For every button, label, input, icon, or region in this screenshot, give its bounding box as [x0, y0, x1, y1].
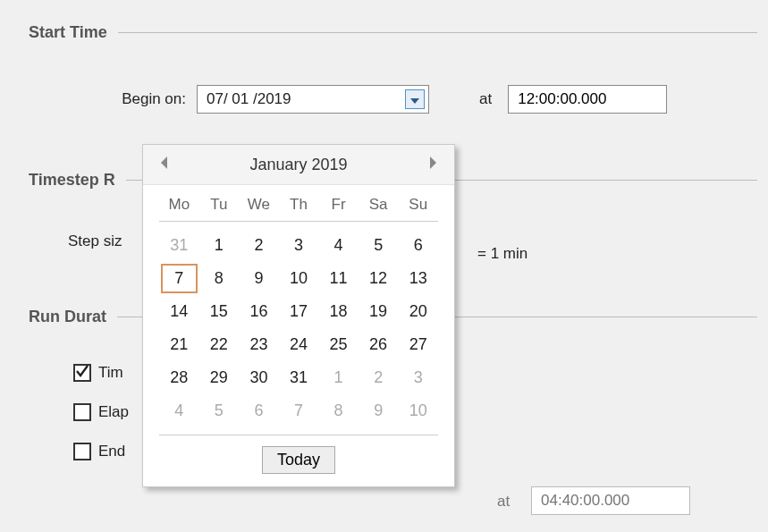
calendar-day[interactable]: 13 [398, 262, 438, 295]
checkbox-timesteps[interactable] [73, 364, 91, 382]
at-label: at [479, 90, 492, 108]
calendar-day[interactable]: 20 [398, 295, 438, 328]
calendar-footer: Today [143, 435, 454, 486]
settings-form: Start Time Begin on: 07/ 01 /2019 at Tim… [0, 23, 768, 532]
calendar-day[interactable]: 12 [359, 262, 399, 295]
svg-marker-1 [161, 156, 167, 169]
calendar-day[interactable]: 2 [239, 229, 279, 262]
calendar-day[interactable]: 26 [359, 328, 399, 361]
date-dropdown-button[interactable] [405, 89, 425, 109]
svg-marker-2 [430, 156, 436, 169]
calendar-day[interactable]: 8 [199, 262, 240, 295]
section-title-timestep: Timestep R [29, 171, 126, 190]
calendar-day[interactable]: 31 [159, 229, 199, 262]
calendar-day[interactable]: 15 [199, 295, 240, 328]
checkbox-elapsed[interactable] [73, 403, 91, 421]
step-size-label: Step siz [68, 232, 122, 250]
calendar-dow: Su [398, 190, 438, 221]
calendar-grid: MoTuWeThFrSaSu31123456789101112131415161… [159, 190, 438, 427]
calendar-header: January 2019 [143, 145, 454, 185]
calendar-day[interactable]: 19 [359, 295, 399, 328]
step-size-equals: = 1 min [477, 245, 527, 263]
calendar-day[interactable]: 21 [159, 328, 199, 361]
calendar-day[interactable]: 10 [279, 262, 319, 295]
option-end-label: End [98, 443, 125, 460]
check-icon [76, 364, 89, 382]
calendar-title: January 2019 [249, 156, 347, 174]
calendar-day[interactable]: 7 [279, 394, 319, 427]
calendar-day[interactable]: 1 [318, 361, 359, 394]
section-start-time: Start Time [29, 23, 757, 42]
calendar-day[interactable]: 4 [318, 229, 359, 262]
divider [159, 221, 438, 222]
calendar-popup: January 2019 MoTuWeThFrSaSu3112345678910… [142, 144, 455, 487]
calendar-day[interactable]: 16 [239, 295, 279, 328]
calendar-day[interactable]: 3 [398, 361, 438, 394]
calendar-dow: Mo [159, 190, 199, 221]
calendar-day[interactable]: 14 [159, 295, 199, 328]
calendar-dow: Th [279, 190, 319, 221]
calendar-day[interactable]: 30 [239, 361, 279, 394]
calendar-day[interactable]: 27 [398, 328, 438, 361]
calendar-day[interactable]: 1 [199, 229, 240, 262]
calendar-day[interactable]: 7 [159, 262, 199, 295]
begin-row: Begin on: 07/ 01 /2019 at [114, 85, 768, 114]
calendar-day[interactable]: 31 [279, 361, 319, 394]
begin-time-input[interactable] [508, 85, 667, 114]
calendar-day[interactable]: 22 [199, 328, 240, 361]
calendar-day[interactable]: 5 [359, 229, 399, 262]
calendar-day[interactable]: 11 [318, 262, 359, 295]
option-elapsed-label: Elap [98, 403, 129, 421]
calendar-day[interactable]: 4 [159, 394, 199, 427]
chevron-left-icon [160, 156, 169, 173]
divider [118, 32, 757, 33]
calendar-dow: Fr [318, 190, 359, 221]
end-time-input[interactable] [531, 486, 690, 515]
calendar-day[interactable]: 9 [359, 394, 399, 427]
calendar-day[interactable]: 10 [398, 394, 438, 427]
calendar-dow: Tu [199, 190, 240, 221]
end-at-label: at [497, 493, 510, 511]
calendar-dow: Sa [359, 190, 399, 221]
begin-on-label: Begin on: [114, 90, 186, 108]
calendar-day[interactable]: 25 [318, 328, 359, 361]
calendar-body: MoTuWeThFrSaSu31123456789101112131415161… [143, 185, 454, 431]
calendar-day[interactable]: 28 [159, 361, 199, 394]
calendar-day[interactable]: 17 [279, 295, 319, 328]
chevron-down-icon [410, 90, 419, 108]
calendar-day[interactable]: 29 [199, 361, 240, 394]
option-timesteps-label: Tim [98, 364, 123, 382]
chevron-right-icon [428, 156, 437, 173]
calendar-day[interactable]: 2 [359, 361, 399, 394]
calendar-day[interactable]: 24 [279, 328, 319, 361]
calendar-prev-button[interactable] [152, 152, 177, 177]
calendar-day[interactable]: 6 [239, 394, 279, 427]
section-title-run-duration: Run Durat [29, 308, 117, 326]
svg-marker-0 [410, 98, 419, 104]
calendar-day[interactable]: 8 [318, 394, 359, 427]
calendar-day[interactable]: 9 [239, 262, 279, 295]
begin-date-field[interactable]: 07/ 01 /2019 [197, 85, 429, 114]
calendar-day[interactable]: 5 [199, 394, 240, 427]
calendar-day[interactable]: 6 [398, 229, 438, 262]
section-title-start-time: Start Time [29, 23, 118, 42]
calendar-next-button[interactable] [420, 152, 445, 177]
calendar-day[interactable]: 3 [279, 229, 319, 262]
checkbox-end[interactable] [73, 443, 91, 460]
today-button[interactable]: Today [262, 446, 335, 474]
calendar-day[interactable]: 23 [239, 328, 279, 361]
calendar-dow: We [239, 190, 279, 221]
calendar-day[interactable]: 18 [318, 295, 359, 328]
begin-date-value: 07/ 01 /2019 [198, 90, 405, 108]
